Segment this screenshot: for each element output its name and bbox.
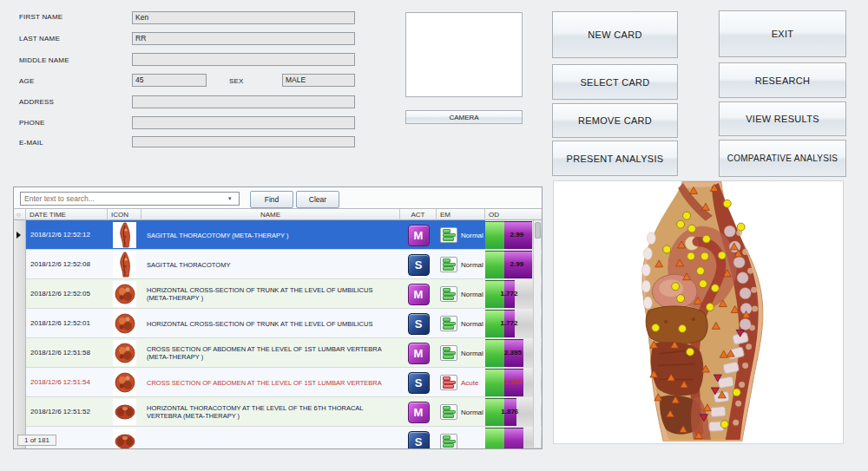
slice-thumbnail-cell [108, 220, 141, 250]
table-body: 2018/12/6 12:52:12SAGITTAL THORACOTOMY (… [14, 220, 542, 449]
em-cell: Normal [437, 338, 485, 368]
table-row[interactable]: 2018/12/6 12:52:05HORIZONTAL CROSS-SECTI… [14, 279, 542, 309]
em-bar [443, 317, 450, 322]
od-value: 2.395 [504, 368, 522, 397]
slice-thumbnail-cell [108, 338, 141, 368]
sagittal-section-icon [113, 252, 136, 278]
em-bar [443, 376, 450, 381]
phone-field[interactable] [132, 116, 355, 129]
comparative-analysis-button[interactable]: COMPARATIVE ANALYSIS [719, 140, 846, 177]
em-bar [443, 355, 454, 359]
row-indicator-cell[interactable] [14, 279, 26, 309]
table-row[interactable]: 2018/12/6 12:51:54CROSS SECTION OF ABDOM… [14, 368, 542, 397]
em-bar [443, 325, 454, 330]
em-status-label: Normal [461, 261, 483, 269]
view-results-button[interactable]: VIEW RESULTS [719, 101, 846, 136]
slice-thumbnail-cell [108, 309, 141, 338]
datetime-cell: 2018/12/6 12:51:52 [26, 397, 108, 427]
od-value: 2.99 [510, 250, 524, 279]
row-indicator-cell[interactable] [14, 338, 26, 368]
marker-point [672, 283, 680, 291]
scrollbar-thumb[interactable] [535, 222, 541, 239]
column-header-name[interactable]: NAME [141, 209, 400, 220]
datetime-cell: 2018/12/6 12:52:01 [26, 309, 108, 338]
table-row[interactable]: 2018/12/6 12:52:01HORIZONTAL CROSS-SECTI… [14, 309, 542, 338]
row-indicator-cell[interactable] [14, 368, 26, 397]
table-row[interactable]: 2018/12/6 12:52:12SAGITTAL THORACOTOMY (… [14, 220, 542, 250]
column-header-act[interactable]: ACT [400, 209, 437, 220]
em-cell: Normal [437, 397, 485, 427]
heart-highlight [659, 279, 683, 297]
age-field[interactable] [132, 74, 207, 87]
datetime-cell: 2018/12/6 12:52:08 [26, 250, 108, 279]
email-field[interactable] [132, 136, 355, 147]
em-bar [443, 237, 454, 241]
em-bar [443, 266, 454, 271]
record-count-status: 1 of 181 [17, 435, 56, 446]
em-bar [443, 384, 454, 389]
address-field[interactable] [132, 95, 355, 108]
search-input[interactable] [20, 192, 240, 206]
camera-button[interactable]: CAMERA [405, 110, 523, 124]
record-name-cell: HORIZONTAL CROSS-SECTION OF TRUNK AT THE… [141, 309, 400, 338]
marker-point [706, 304, 713, 311]
column-header-datetime[interactable]: DATE TIME [26, 209, 108, 220]
first-name-field[interactable] [132, 11, 355, 24]
last-name-field[interactable] [132, 32, 355, 45]
new-card-button[interactable]: NEW CARD [552, 11, 678, 58]
sagittal-section-icon [113, 222, 136, 248]
middle-name-label: MIDDLE NAME [19, 56, 69, 64]
oval-section-icon [113, 399, 136, 425]
research-button[interactable]: RESEARCH [719, 62, 846, 98]
clear-button[interactable]: Clear [296, 191, 339, 208]
marker-point [733, 389, 740, 396]
em-cell: Normal [437, 279, 485, 309]
vertical-scrollbar[interactable] [533, 220, 541, 448]
column-header-icon[interactable]: ICON [108, 209, 141, 220]
marker-point [677, 220, 685, 228]
marker-point [683, 212, 691, 219]
act-cell: M [400, 338, 437, 368]
oval-section-icon [113, 428, 136, 449]
marker-point [702, 235, 710, 243]
table-header: ○ DATE TIME ICON NAME ACT EM OD [14, 208, 542, 220]
patient-photo-placeholder [405, 12, 523, 97]
phone-label: PHONE [19, 119, 44, 127]
table-row[interactable]: 2018/12/6 12:52:08SAGITTAL THORACOTOMYSN… [14, 250, 542, 279]
middle-name-field[interactable] [132, 53, 355, 66]
present-analysis-button[interactable]: PRESENT ANALYSIS [552, 141, 678, 176]
em-cell [437, 427, 485, 449]
em-cell: Acute [437, 368, 485, 397]
table-row[interactable]: 2018/12/6 12:51:52HORIZONTAL THORACOTOMY… [14, 397, 542, 427]
em-bar [443, 229, 450, 233]
column-header-od[interactable]: OD [485, 209, 542, 220]
record-name-text: CROSS SECTION OF ABDOMEN AT THE LEVEL OF… [147, 379, 382, 387]
sex-field[interactable] [282, 74, 355, 87]
row-indicator-cell[interactable] [14, 250, 26, 279]
column-header-em[interactable]: EM [437, 209, 485, 220]
address-label: ADDRESS [19, 98, 54, 106]
meta-therapy-icon: M [408, 343, 430, 364]
marker-point [687, 348, 694, 356]
select-card-button[interactable]: SELECT CARD [552, 64, 678, 100]
row-indicator-cell[interactable] [14, 309, 26, 338]
table-row[interactable]: S [14, 427, 542, 449]
em-status-label: Normal [461, 320, 483, 328]
record-name-cell: CROSS SECTION OF ABDOMEN AT THE LEVEL OF… [141, 338, 400, 368]
em-bar [443, 414, 454, 418]
app-window: { "patient_form": { "first_name": {"labe… [0, 0, 868, 471]
meta-therapy-icon: M [408, 402, 430, 423]
row-indicator-cell[interactable] [14, 397, 26, 427]
exit-button[interactable]: EXIT [719, 10, 846, 57]
datetime-cell: 2018/12/6 12:52:12 [26, 220, 108, 250]
em-status-label: Normal [461, 291, 483, 298]
scan-icon: S [408, 313, 430, 335]
record-name-text: SAGITTAL THORACOTOMY [147, 261, 230, 269]
table-row[interactable]: 2018/12/6 12:51:58CROSS SECTION OF ABDOM… [14, 338, 542, 368]
marker-point [679, 324, 687, 332]
remove-card-button[interactable]: REMOVE CARD [552, 103, 678, 138]
stomach-region [651, 342, 704, 396]
find-button[interactable]: Find [250, 191, 293, 208]
row-indicator-cell[interactable] [14, 220, 26, 250]
em-bar [443, 347, 450, 351]
